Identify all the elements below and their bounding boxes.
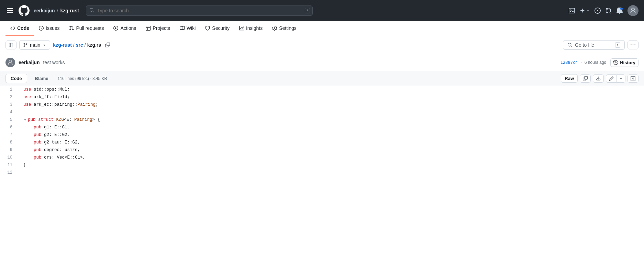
tab-issues-label: Issues: [46, 25, 59, 31]
avatar-icon: [630, 7, 636, 14]
tab-actions-label: Actions: [120, 25, 136, 31]
terminal-button[interactable]: [569, 8, 575, 14]
table-row: 3 use ark_ec::pairing::Pairing;: [0, 101, 644, 109]
line-content: [18, 109, 644, 116]
search-small-icon: [567, 43, 572, 47]
pull-requests-button[interactable]: [606, 8, 612, 14]
line-content: pub crs: Vec<E::G1>,: [18, 154, 644, 162]
goto-file-button[interactable]: Go to file t: [563, 40, 625, 50]
edit-dropdown: [606, 74, 625, 83]
branch-selector[interactable]: main: [19, 40, 50, 50]
goto-file-shortcut: t: [615, 42, 620, 48]
avatar[interactable]: [628, 5, 639, 16]
panel-toggle-button[interactable]: [5, 41, 16, 49]
line-content: [18, 169, 644, 177]
symbols-button[interactable]: [628, 74, 639, 83]
file-path-bar: main kzg-rust / src / kzg.rs Go to file …: [0, 36, 644, 54]
raw-button[interactable]: Raw: [561, 74, 578, 83]
table-row: 5 ▼pub struct KZG<E: Pairing> {: [0, 116, 644, 124]
history-button[interactable]: History: [610, 58, 639, 67]
repo-nav: Code Issues Pull requests Actions Projec…: [0, 21, 644, 36]
copy-path-button[interactable]: [104, 42, 111, 48]
copy-raw-button[interactable]: [580, 74, 591, 83]
tab-security[interactable]: Security: [200, 21, 234, 36]
edit-dropdown-button[interactable]: [617, 74, 625, 83]
graph-icon: [239, 26, 244, 31]
tab-wiki[interactable]: Wiki: [175, 21, 200, 36]
projects-icon: [146, 26, 151, 31]
line-number: 6: [0, 124, 18, 131]
code-tab-label: Code: [11, 76, 22, 81]
line-content: use std::ops::Mul;: [18, 86, 644, 94]
tab-code[interactable]: Code: [5, 21, 34, 36]
table-row: 2 use ark_ff::Field;: [0, 94, 644, 101]
shield-icon: [205, 26, 210, 31]
search-input[interactable]: [86, 5, 313, 16]
goto-file-label: Go to file: [575, 42, 612, 48]
tab-insights[interactable]: Insights: [234, 21, 267, 36]
commit-author-link[interactable]: eerkaijun: [19, 60, 40, 65]
history-label: History: [620, 60, 635, 65]
breadcrumb: eerkaijun / kzg-rust: [34, 8, 79, 13]
code-toolbar: Code Blame 116 lines (96 loc) · 3.45 KB …: [0, 71, 644, 86]
code-lines-container: 1 use std::ops::Mul; 2 use ark_ff::Field…: [0, 86, 644, 177]
tab-wiki-label: Wiki: [187, 25, 196, 31]
commit-hash-link[interactable]: 12887c4: [560, 60, 578, 65]
tab-code-label: Code: [17, 25, 29, 31]
blame-tab-button[interactable]: Blame: [30, 74, 54, 83]
code-view: Code Blame 116 lines (96 loc) · 3.45 KB …: [0, 71, 644, 177]
path-src-link[interactable]: src: [76, 42, 83, 48]
line-number: 3: [0, 101, 18, 109]
kebab-icon: [631, 43, 635, 47]
line-number: 11: [0, 162, 18, 169]
tab-projects[interactable]: Projects: [141, 21, 175, 36]
top-nav: eerkaijun / kzg-rust /: [0, 0, 644, 21]
plus-button[interactable]: [580, 8, 590, 13]
table-row: 11 }: [0, 162, 644, 169]
edit-button[interactable]: [606, 74, 617, 83]
terminal-icon: [569, 8, 575, 14]
circle-dot-icon: [595, 8, 601, 14]
issues-button[interactable]: [595, 8, 601, 14]
nav-icons-group: [569, 5, 639, 16]
code-square-icon: [631, 76, 635, 81]
path-current-file: kzg.rs: [87, 42, 101, 48]
commit-dot-sep: ·: [580, 60, 581, 65]
copy-raw-icon: [583, 76, 588, 81]
author-avatar-icon: [7, 59, 13, 66]
line-content: use ark_ff::Field;: [18, 94, 644, 101]
line-number: 9: [0, 147, 18, 154]
branch-icon: [23, 43, 28, 47]
path-repo-link[interactable]: kzg-rust: [53, 42, 71, 48]
tab-actions[interactable]: Actions: [109, 21, 141, 36]
tab-settings[interactable]: Settings: [267, 21, 301, 36]
file-stats: 116 lines (96 loc) · 3.45 KB: [58, 76, 107, 81]
panel-icon: [9, 43, 13, 47]
line-content: }: [18, 162, 644, 169]
download-button[interactable]: [593, 74, 604, 83]
repo-link[interactable]: kzg-rust: [60, 8, 79, 13]
table-row: 1 use std::ops::Mul;: [0, 86, 644, 94]
collapse-button[interactable]: ▼: [23, 118, 28, 122]
github-logo[interactable]: [19, 5, 30, 16]
svg-rect-2: [7, 12, 13, 13]
line-number: 4: [0, 109, 18, 116]
gear-icon: [272, 26, 277, 31]
line-number: 1: [0, 86, 18, 94]
code-tab-button[interactable]: Code: [5, 74, 27, 83]
chevron-down-edit-icon: [619, 77, 623, 81]
commit-time: 6 hours ago: [585, 60, 606, 65]
tab-settings-label: Settings: [279, 25, 297, 31]
tab-pull-requests[interactable]: Pull requests: [64, 21, 109, 36]
pencil-icon: [609, 76, 614, 81]
commit-message-text: test works: [43, 60, 65, 65]
user-link[interactable]: eerkaijun: [34, 8, 55, 13]
more-options-button[interactable]: [628, 41, 639, 49]
search-shortcut-badge: /: [305, 8, 310, 13]
tab-issues[interactable]: Issues: [34, 21, 64, 36]
chevron-down-icon: [586, 9, 590, 12]
path-sep-2: /: [85, 42, 86, 48]
line-content: pub g1: E::G1,: [18, 124, 644, 131]
hamburger-button[interactable]: [5, 6, 14, 15]
notifications-button[interactable]: [617, 8, 623, 14]
